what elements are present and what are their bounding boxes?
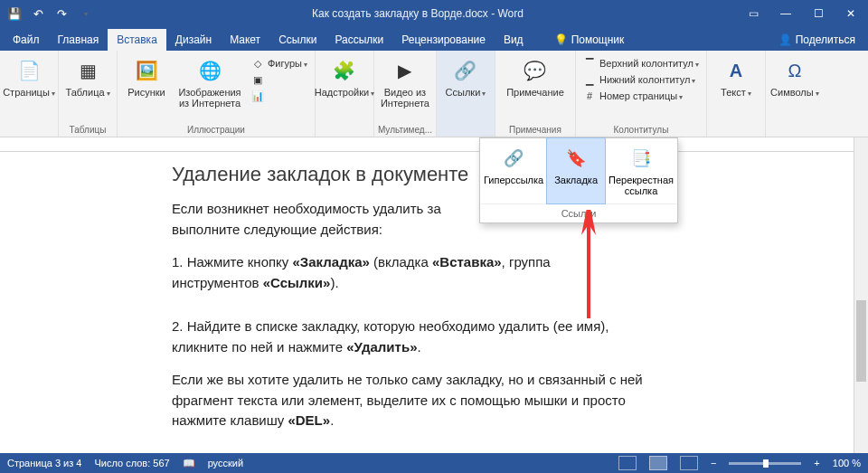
header-icon: ▔: [583, 57, 596, 70]
hyperlink-icon: 🔗: [501, 146, 526, 171]
links-group-label: Ссылки: [480, 203, 677, 222]
tab-mailings[interactable]: Рассылки: [326, 29, 392, 51]
zoom-in-icon[interactable]: +: [814, 458, 819, 468]
tab-references[interactable]: Ссылки: [269, 29, 326, 51]
online-picture-icon: 🌐: [195, 56, 224, 85]
picture-icon: 🖼️: [132, 56, 161, 85]
bookmark-button[interactable]: 🔖 Закладка: [547, 138, 605, 203]
link-icon: 🔗: [451, 56, 480, 85]
scrollbar-thumb[interactable]: [856, 300, 866, 382]
footer-icon: ▁: [583, 73, 596, 86]
chart-button[interactable]: 📊: [248, 89, 311, 103]
language-status[interactable]: русский: [208, 458, 243, 468]
undo-icon[interactable]: ↶: [29, 5, 47, 23]
zoom-out-icon[interactable]: −: [711, 458, 716, 468]
ruler[interactable]: [0, 137, 868, 152]
maximize-icon[interactable]: ☐: [807, 5, 830, 23]
lightbulb-icon: 💡: [554, 33, 568, 46]
close-icon[interactable]: ✕: [839, 5, 863, 23]
doc-paragraph: 1. Нажмите кнопку «Закладка» (вкладка «В…: [172, 252, 814, 293]
media-group-label: Мультимед...: [378, 123, 432, 137]
web-layout-icon[interactable]: [680, 456, 698, 470]
window-title: Как создать закладку в Ворде.docx - Word: [94, 7, 741, 20]
cross-reference-button[interactable]: 📑 Перекрестная ссылка: [605, 138, 677, 203]
tab-insert[interactable]: Вставка: [108, 29, 166, 51]
redo-icon[interactable]: ↷: [52, 5, 71, 23]
tab-view[interactable]: Вид: [495, 29, 533, 51]
tables-group-label: Таблицы: [70, 123, 107, 137]
tab-design[interactable]: Дизайн: [166, 29, 221, 51]
page-status[interactable]: Страница 3 из 4: [7, 458, 81, 468]
tab-file[interactable]: Файл: [4, 29, 49, 51]
addins-button[interactable]: 🧩 Надстройки: [319, 56, 370, 98]
person-icon: 👤: [778, 33, 792, 46]
share-button[interactable]: 👤 Поделиться: [769, 29, 864, 51]
shapes-button[interactable]: ◇Фигуры: [248, 56, 311, 71]
tell-me[interactable]: 💡 Помощник: [547, 29, 632, 51]
bookmark-icon: 🔖: [563, 146, 589, 171]
ribbon: 📄 Страницы ▦ Таблица Таблицы 🖼️ Рисунки …: [0, 51, 868, 137]
crossref-icon: 📑: [628, 146, 654, 171]
comment-button[interactable]: 💬 Примечание: [499, 56, 571, 98]
textbox-icon: A: [722, 56, 750, 85]
addins-icon: 🧩: [330, 56, 359, 85]
illustrations-group-label: Иллюстрации: [187, 123, 245, 137]
pictures-button[interactable]: 🖼️ Рисунки: [121, 56, 172, 98]
table-button[interactable]: ▦ Таблица: [62, 56, 113, 98]
shapes-icon: ◇: [251, 57, 264, 70]
zoom-slider[interactable]: [729, 462, 801, 465]
minimize-icon[interactable]: —: [774, 5, 797, 23]
chart-icon: 📊: [251, 90, 264, 102]
page-number-button[interactable]: #Номер страницы: [580, 89, 703, 103]
video-icon: ▶: [391, 56, 420, 85]
document-area: Удаление закладок в документе Если возни…: [0, 137, 868, 453]
footer-button[interactable]: ▁Нижний колонтитул: [580, 72, 703, 87]
page-icon: 📄: [14, 56, 43, 85]
smartart-icon: ▣: [251, 73, 264, 86]
word-count[interactable]: Число слов: 567: [94, 458, 169, 468]
status-bar: Страница 3 из 4 Число слов: 567 📖 русски…: [0, 453, 868, 473]
vertical-scrollbar[interactable]: [854, 137, 868, 453]
read-mode-icon[interactable]: [618, 456, 637, 470]
headerfooter-group-label: Колонтитулы: [614, 123, 669, 137]
header-button[interactable]: ▔Верхний колонтитул: [580, 56, 703, 71]
qat-dropdown-icon[interactable]: [76, 5, 94, 23]
doc-paragraph: Если же вы хотите удалить не только саму…: [172, 370, 814, 431]
proofing-icon[interactable]: 📖: [183, 458, 195, 469]
zoom-level[interactable]: 100 %: [833, 458, 861, 468]
comment-icon: 💬: [521, 56, 550, 85]
print-layout-icon[interactable]: [649, 456, 667, 470]
title-bar: 💾 ↶ ↷ Как создать закладку в Ворде.docx …: [0, 0, 868, 27]
tab-review[interactable]: Рецензирование: [392, 29, 495, 51]
online-pictures-button[interactable]: 🌐 Изображения из Интернета: [174, 56, 246, 109]
pagenum-icon: #: [583, 90, 596, 102]
save-icon[interactable]: 💾: [5, 5, 24, 23]
online-video-button[interactable]: ▶ Видео из Интернета: [380, 56, 430, 109]
ribbon-tabs: Файл Главная Вставка Дизайн Макет Ссылки…: [0, 27, 868, 51]
tab-home[interactable]: Главная: [49, 29, 108, 51]
table-icon: ▦: [73, 56, 102, 85]
comments-group-label: Примечания: [509, 123, 561, 137]
symbols-button[interactable]: Ω Символы: [769, 56, 820, 98]
omega-icon: Ω: [780, 56, 809, 85]
ribbon-options-icon[interactable]: ▭: [741, 5, 765, 23]
textbox-button[interactable]: A Текст: [711, 56, 761, 98]
links-dropdown-button[interactable]: 🔗 Ссылки: [440, 56, 491, 98]
pages-button[interactable]: 📄 Страницы: [4, 56, 54, 98]
smartart-button[interactable]: ▣: [248, 72, 311, 87]
hyperlink-button[interactable]: 🔗 Гиперссылка: [480, 138, 547, 203]
tab-layout[interactable]: Макет: [221, 29, 269, 51]
links-dropdown-panel: 🔗 Гиперссылка 🔖 Закладка 📑 Перекрестная …: [479, 137, 678, 223]
doc-paragraph: 2. Найдите в списке закладку, которую не…: [172, 317, 814, 357]
document-body[interactable]: Удаление закладок в документе Если возни…: [0, 152, 868, 431]
